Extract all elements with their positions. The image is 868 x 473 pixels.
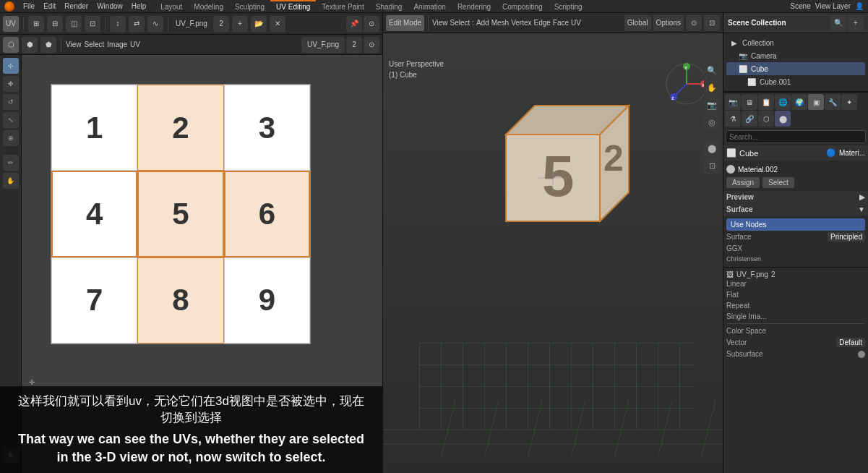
hand-tool-btn[interactable]: ✋ (704, 80, 720, 95)
render-btn[interactable]: ◎ (704, 114, 720, 130)
uv-mode-btn[interactable]: UV (3, 16, 19, 32)
vertex-mode-btn[interactable]: ⬡ (3, 37, 19, 53)
options-btn[interactable]: Options (653, 15, 684, 31)
navigation-gizmo[interactable]: X Y Z (665, 62, 708, 106)
solid-mode-btn[interactable]: ⬤ (704, 140, 720, 156)
scene-item-collection[interactable]: ▶ Collection (726, 36, 865, 49)
select-label-uv[interactable]: Select (85, 41, 105, 48)
tab-modeling[interactable]: Modeling (188, 0, 229, 12)
cursor-tool[interactable]: ⊹ (3, 58, 19, 74)
wireframe-mode-btn[interactable]: ⊡ (704, 158, 720, 174)
filter-btn[interactable]: 🔍 (830, 15, 846, 31)
face-mode-btn[interactable]: ⬟ (40, 37, 56, 53)
tab-sculpting[interactable]: Sculpting (229, 0, 270, 12)
tab-animation[interactable]: Animation (408, 0, 451, 12)
constraints-props-btn[interactable]: 🔗 (742, 111, 757, 127)
scale-tool[interactable]: ⤡ (3, 112, 19, 128)
move-tool[interactable]: ✥ (3, 76, 19, 92)
edge-mode-btn[interactable]: ⬢ (22, 37, 38, 53)
vp-uv-label[interactable]: UV (571, 19, 581, 27)
blender-logo[interactable] (4, 1, 14, 12)
uv-label[interactable]: UV (130, 41, 140, 48)
output-props-btn[interactable]: 🖥 (742, 94, 757, 110)
menu-edit[interactable]: Edit (43, 2, 56, 10)
menu-file[interactable]: File (23, 2, 35, 10)
tab-uv-editing[interactable]: UV Editing (270, 0, 316, 12)
toolbar-icon-7[interactable]: ∿ (147, 16, 163, 32)
mat-select-btn[interactable]: Select (762, 177, 794, 188)
world-props-btn[interactable]: 🌍 (791, 94, 807, 110)
view-layer-props-btn[interactable]: 📋 (758, 94, 774, 110)
uv-cell-4[interactable]: 4 (51, 171, 137, 257)
uv-image-select[interactable]: UV_F.png (301, 37, 345, 53)
rotate-tool[interactable]: ↺ (3, 94, 19, 110)
tab-shading[interactable]: Shading (370, 0, 408, 12)
material-props-btn[interactable]: ⬤ (775, 111, 791, 127)
open-file-btn[interactable]: 📂 (251, 16, 267, 32)
uv-cell-5[interactable]: 5 (137, 171, 223, 257)
assign-btn[interactable]: Assign (726, 177, 760, 188)
grab-tool[interactable]: ✋ (3, 173, 19, 189)
scene-item-cube001[interactable]: ⬜ Cube.001 (726, 75, 865, 88)
add-collection-btn[interactable]: + (848, 15, 864, 31)
vp-edge-label[interactable]: Edge (534, 19, 551, 27)
vp-select-label[interactable]: Select : (450, 19, 474, 27)
particles-props-btn[interactable]: ✦ (841, 94, 857, 110)
menu-help[interactable]: Help (132, 2, 147, 10)
pin-btn[interactable]: 📌 (346, 16, 362, 32)
wireframe-btn[interactable]: ⊡ (704, 15, 720, 31)
vp-add-label[interactable]: Add (476, 19, 489, 27)
scene-props-btn[interactable]: 🌐 (775, 94, 791, 110)
toolbar-icon-6[interactable]: ⇄ (129, 16, 145, 32)
zoom-in-btn[interactable]: 🔍 (704, 62, 720, 78)
object-props-btn[interactable]: ▣ (808, 94, 824, 110)
file-number-btn[interactable]: 2 (213, 16, 229, 32)
use-nodes-btn[interactable]: Use Nodes (726, 218, 865, 231)
tab-layout[interactable]: Layout (155, 0, 188, 12)
overlay-btn[interactable]: ⊙ (364, 16, 379, 32)
uv-cell-3[interactable]: 3 (224, 85, 310, 171)
edit-mode-btn[interactable]: Edit Mode (386, 15, 424, 31)
render-props-btn[interactable]: 📷 (725, 94, 741, 110)
view-label[interactable]: View (66, 41, 82, 48)
tab-scripting[interactable]: Scripting (549, 0, 588, 12)
uv-overlay-btn[interactable]: ⊙ (364, 37, 379, 53)
uv-cell-1[interactable]: 1 (51, 85, 137, 171)
tab-texture-paint[interactable]: Texture Paint (316, 0, 369, 12)
close-file-btn[interactable]: ✕ (270, 16, 285, 32)
surface-header[interactable]: Surface ▼ (723, 203, 868, 216)
scene-item-cube[interactable]: ⬜ Cube (726, 62, 865, 75)
vp-vertex-label[interactable]: Vertex (511, 19, 531, 27)
toolbar-icon-1[interactable]: ⊞ (28, 16, 44, 32)
image-label[interactable]: Image (107, 41, 127, 48)
toolbar-icon-3[interactable]: ◫ (66, 16, 82, 32)
tab-compositing[interactable]: Compositing (497, 0, 549, 12)
transform-btn[interactable]: Global (624, 15, 651, 31)
overlay-vp-btn[interactable]: ⊙ (686, 15, 702, 31)
toolbar-icon-2[interactable]: ⊟ (47, 16, 63, 32)
toolbar-icon-4[interactable]: ⊡ (85, 16, 100, 32)
uv-num-btn[interactable]: 2 (346, 37, 362, 53)
camera-view-btn[interactable]: 📷 (704, 97, 720, 113)
uv-cell-2[interactable]: 2 (137, 85, 223, 171)
physics-props-btn[interactable]: ⚗ (725, 111, 741, 127)
toolbar-icon-5[interactable]: ↕ (110, 16, 126, 32)
modifier-props-btn[interactable]: 🔧 (825, 94, 841, 110)
props-search[interactable] (726, 130, 866, 143)
uv-cell-7[interactable]: 7 (51, 257, 137, 344)
tab-rendering[interactable]: Rendering (452, 0, 497, 12)
vp-mesh-label[interactable]: Mesh (491, 19, 509, 27)
scene-item-camera[interactable]: 📷 Camera (726, 49, 865, 62)
preview-header[interactable]: Preview ▶ (723, 191, 868, 203)
uv-cell-6[interactable]: 6 (224, 171, 310, 257)
data-props-btn[interactable]: ⬡ (758, 111, 774, 127)
menu-window[interactable]: Window (97, 2, 123, 10)
uv-annotate-tool[interactable]: ✏ (3, 155, 19, 171)
vp-view-label[interactable]: View (432, 19, 448, 27)
transform-tool[interactable]: ⊕ (3, 130, 19, 146)
vp-face-label[interactable]: Face (553, 19, 569, 27)
menu-render[interactable]: Render (64, 2, 88, 10)
new-file-btn[interactable]: + (232, 16, 248, 32)
uv-cell-8[interactable]: 8 (137, 257, 223, 344)
uv-cell-9[interactable]: 9 (224, 257, 310, 344)
